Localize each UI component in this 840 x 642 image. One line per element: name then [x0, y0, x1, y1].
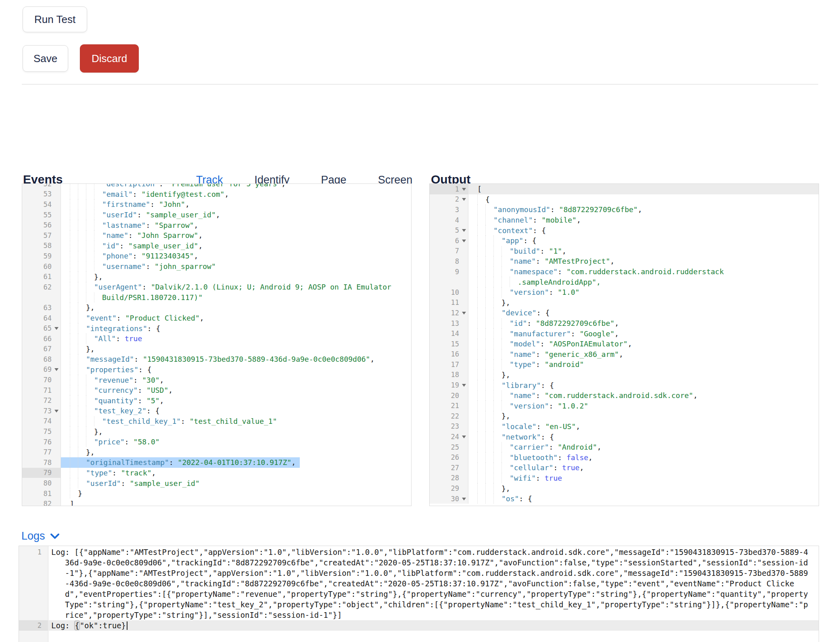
- code-line: 78"originalTimestamp": "2022-04-01T10:37…: [22, 457, 411, 468]
- code-line: 23"locale": "en-US",: [430, 421, 819, 432]
- code-line: 75},: [22, 426, 411, 437]
- code-line: 4"channel": "mobile",: [430, 215, 819, 225]
- line-number: 66: [44, 335, 52, 343]
- line-number: 73: [44, 407, 52, 415]
- fold-arrow-icon[interactable]: [462, 436, 466, 438]
- fold-arrow-icon[interactable]: [54, 410, 59, 413]
- output-json-viewer[interactable]: 1[2{3"anonymousId": "8d872292709c6fbe",4…: [429, 183, 819, 506]
- line-number: 19: [451, 381, 459, 389]
- line-number: 13: [451, 319, 459, 327]
- code-line: 68"messageId": "1590431830915-73bed370-5…: [22, 354, 411, 365]
- code-line: 79"type": "track",: [22, 468, 411, 478]
- line-number: 57: [44, 231, 52, 240]
- line-number: 70: [44, 376, 52, 384]
- line-number: 8: [455, 257, 459, 265]
- fold-arrow-icon[interactable]: [462, 240, 466, 242]
- line-number: 18: [451, 371, 459, 379]
- log-line: 2Log: {"ok":true}: [19, 620, 819, 631]
- line-number: 81: [44, 490, 52, 498]
- code-line: 62"userAgent": "Dalvik/2.1.0 (Linux; U; …: [22, 282, 411, 292]
- code-line: 73"test_key_2": {: [22, 406, 411, 416]
- log-line: 1Log: [{"appName":"AMTestProject","appVe…: [19, 547, 819, 620]
- line-number: 4: [455, 216, 459, 224]
- fold-arrow-icon[interactable]: [462, 498, 466, 500]
- code-line: 65"integrations": {: [22, 323, 411, 334]
- line-number: 52: [44, 183, 52, 188]
- line-number: 62: [44, 283, 52, 291]
- code-line: Build/PSR1.180720.117)": [22, 292, 411, 303]
- line-number: 6: [455, 237, 459, 245]
- code-line: 5"context": {: [430, 225, 819, 236]
- code-line: 21"version": "1.0.2": [430, 400, 819, 411]
- line-number: 64: [44, 314, 52, 322]
- events-json-editor[interactable]: 52"description": "Premium user for 5 yea…: [22, 183, 412, 506]
- code-line: 9"namespace": "com.rudderstack.android.r…: [430, 267, 819, 277]
- fold-arrow-icon[interactable]: [462, 312, 466, 315]
- code-line: 53"email": "identify@test.com",: [22, 189, 411, 200]
- code-line: .sampleAndroidApp",: [430, 277, 819, 287]
- code-line: 66"All": true: [22, 334, 411, 344]
- code-line: 29},: [430, 483, 819, 494]
- code-line: 30"os": {: [430, 494, 819, 504]
- fold-arrow-icon[interactable]: [54, 368, 59, 371]
- line-number: 30: [451, 495, 459, 503]
- line-number: 69: [44, 365, 52, 373]
- line-number: 56: [44, 221, 52, 229]
- line-number: 27: [451, 464, 459, 472]
- code-line: 25"carrier": "Android",: [430, 442, 819, 452]
- line-number: 17: [451, 361, 459, 369]
- line-number: 23: [451, 422, 459, 430]
- line-number: 1: [455, 185, 459, 193]
- line-number: 28: [451, 474, 459, 482]
- chevron-down-icon: [50, 533, 60, 540]
- code-line: 59"phone": "9112340345",: [22, 251, 411, 261]
- fold-arrow-icon[interactable]: [462, 384, 466, 387]
- code-line: 72"quantity": "5",: [22, 395, 411, 406]
- code-line: 58"id": "sample_user_id",: [22, 241, 411, 251]
- code-line: 17"type": "android": [430, 359, 819, 370]
- code-line: 24"network": {: [430, 431, 819, 442]
- run-test-button[interactable]: Run Test: [23, 6, 87, 32]
- line-number: 12: [451, 309, 459, 317]
- text-cursor: [127, 621, 127, 630]
- line-number: 9: [455, 268, 459, 276]
- code-line: 54"firstname": "John",: [22, 199, 411, 210]
- line-number: 58: [44, 242, 52, 250]
- line-number: 61: [44, 273, 52, 281]
- code-line: 19"library": {: [430, 380, 819, 390]
- code-line: 26"bluetooth": false,: [430, 452, 819, 463]
- fold-arrow-icon[interactable]: [462, 229, 466, 232]
- code-line: 14"manufacturer": "Google",: [430, 328, 819, 339]
- line-number: 60: [44, 263, 52, 271]
- code-line: 15"model": "AOSPonIAEmulator",: [430, 339, 819, 349]
- code-line: 76"price": "58.0": [22, 437, 411, 447]
- fold-arrow-icon[interactable]: [462, 198, 466, 201]
- code-line: 7"build": "1",: [430, 246, 819, 256]
- line-number: 74: [44, 417, 52, 425]
- code-line: 70"revenue": "30",: [22, 375, 411, 385]
- code-line: 82]: [22, 498, 411, 506]
- code-line: 2{: [430, 194, 819, 205]
- fold-arrow-icon[interactable]: [54, 327, 59, 330]
- code-line: 55"userId": "sample_user_id",: [22, 210, 411, 220]
- line-number: 54: [44, 200, 52, 208]
- code-line: 52"description": "Premium user for 5 yea…: [22, 183, 411, 189]
- code-line: 28"wifi": true: [430, 473, 819, 484]
- save-button[interactable]: Save: [23, 45, 68, 72]
- code-line: 11},: [430, 298, 819, 308]
- code-line: 22},: [430, 411, 819, 421]
- code-line: 16"name": "generic_x86_arm",: [430, 349, 819, 360]
- line-number: 21: [451, 402, 459, 410]
- code-line: 74"test_child_key_1": "test_child_value_…: [22, 416, 411, 427]
- line-number: 82: [44, 500, 52, 506]
- line-number: 24: [451, 433, 459, 441]
- logs-toggle[interactable]: Logs: [21, 530, 60, 542]
- fold-arrow-icon[interactable]: [462, 188, 466, 191]
- line-number: 10: [451, 288, 459, 296]
- line-number: 68: [44, 355, 52, 363]
- discard-button[interactable]: Discard: [80, 44, 139, 73]
- line-number: 75: [44, 427, 52, 436]
- logs-console[interactable]: 1Log: [{"appName":"AMTestProject","appVe…: [19, 546, 819, 642]
- code-line: 80"userId": "sample_user_id": [22, 478, 411, 488]
- line-number: 63: [44, 304, 52, 312]
